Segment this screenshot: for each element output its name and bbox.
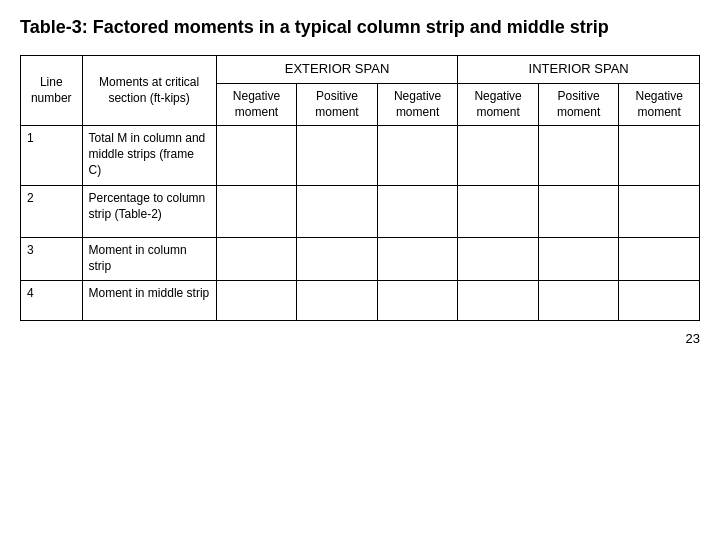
row2-val4: [458, 186, 539, 238]
row4-desc: Moment in middle strip: [82, 280, 216, 320]
col-header-moments: Moments at critical section (ft-kips): [82, 56, 216, 126]
col-header-neg1: Negative moment: [216, 84, 297, 126]
col-header-neg4: Negative moment: [619, 84, 700, 126]
row2-val3: [377, 186, 458, 238]
table-row: 3 Moment in column strip: [21, 238, 700, 280]
page-number: 23: [20, 331, 700, 346]
row4-val1: [216, 280, 297, 320]
row1-val3: [377, 126, 458, 186]
exterior-span-header: EXTERIOR SPAN: [216, 56, 458, 84]
table-row: 2 Percentage to column strip (Table-2): [21, 186, 700, 238]
row3-val2: [297, 238, 378, 280]
row1-line: 1: [21, 126, 83, 186]
row3-desc: Moment in column strip: [82, 238, 216, 280]
row4-val4: [458, 280, 539, 320]
row1-val1: [216, 126, 297, 186]
page-title: Table-3: Factored moments in a typical c…: [20, 16, 700, 39]
col-header-pos2: Positive moment: [538, 84, 619, 126]
row3-val3: [377, 238, 458, 280]
row3-val5: [538, 238, 619, 280]
row2-val2: [297, 186, 378, 238]
col-header-neg3: Negative moment: [458, 84, 539, 126]
row4-line: 4: [21, 280, 83, 320]
row1-val2: [297, 126, 378, 186]
interior-span-header: INTERIOR SPAN: [458, 56, 700, 84]
row3-val4: [458, 238, 539, 280]
row4-val3: [377, 280, 458, 320]
row2-line: 2: [21, 186, 83, 238]
row1-val5: [538, 126, 619, 186]
row3-line: 3: [21, 238, 83, 280]
row1-val6: [619, 126, 700, 186]
row4-val6: [619, 280, 700, 320]
row4-val5: [538, 280, 619, 320]
col-header-pos1: Positive moment: [297, 84, 378, 126]
table-row: 1 Total M in column and middle strips (f…: [21, 126, 700, 186]
row1-desc: Total M in column and middle strips (fra…: [82, 126, 216, 186]
row3-val6: [619, 238, 700, 280]
table-row: 4 Moment in middle strip: [21, 280, 700, 320]
moments-table: Line number Moments at critical section …: [20, 55, 700, 320]
row2-val5: [538, 186, 619, 238]
row1-val4: [458, 126, 539, 186]
col-header-neg2: Negative moment: [377, 84, 458, 126]
row3-val1: [216, 238, 297, 280]
col-header-line: Line number: [21, 56, 83, 126]
row4-val2: [297, 280, 378, 320]
row2-val1: [216, 186, 297, 238]
row2-desc: Percentage to column strip (Table-2): [82, 186, 216, 238]
row2-val6: [619, 186, 700, 238]
